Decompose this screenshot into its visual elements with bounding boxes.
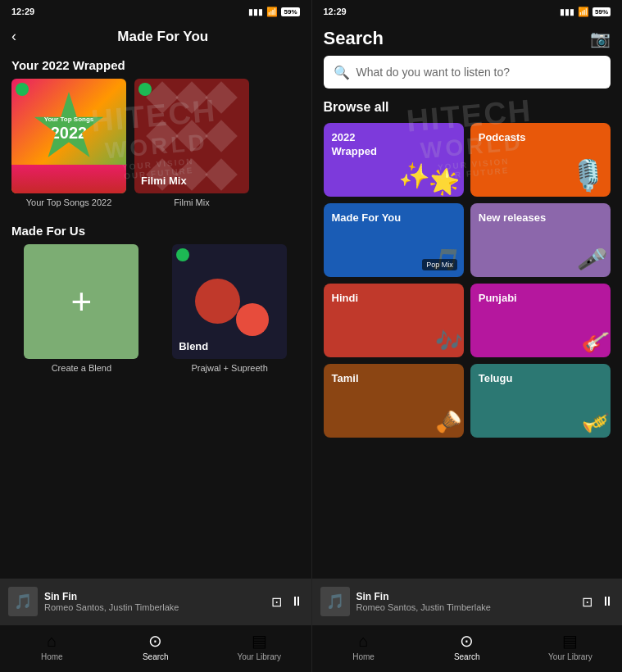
filmi-mix-label: Filmi Mix	[141, 175, 187, 187]
nav-search-label-left: Search	[143, 652, 169, 661]
library-icon-left: ▤	[252, 631, 267, 651]
nav-home-left[interactable]: ⌂ Home	[27, 632, 76, 661]
browse-card-hindi[interactable]: Hindi 🎶	[324, 284, 464, 357]
browse-card-made-for-you[interactable]: Made For You 🎵 Pop Mix	[324, 203, 464, 277]
spotify-badge-blend	[176, 248, 189, 261]
top-songs-caption: Your Top Songs 2022	[11, 198, 126, 207]
made-for-you-card-label: Made For You	[332, 211, 402, 225]
search-title: Search	[324, 28, 384, 49]
wrapped-section-label: Your 2022 Wrapped	[0, 52, 311, 79]
hindi-deco: 🎶	[433, 327, 463, 356]
nav-search-right[interactable]: ⊙ Search	[443, 631, 492, 661]
new-releases-label: New releases	[479, 211, 546, 225]
battery-right: 59%	[592, 7, 611, 16]
create-blend-card[interactable]: + Create a Blend	[11, 244, 152, 373]
nav-home-right[interactable]: ⌂ Home	[339, 632, 388, 661]
spotify-badge-filmi	[138, 83, 152, 96]
blend-card[interactable]: Blend Prajwal + Supreeth	[160, 244, 300, 373]
plus-icon: +	[71, 284, 93, 320]
nav-library-right[interactable]: ▤ Your Library	[546, 631, 595, 661]
browse-card-tamil[interactable]: Tamil 🪘	[324, 364, 464, 438]
tamil-label: Tamil	[332, 372, 359, 386]
nav-library-label-right: Your Library	[548, 652, 592, 661]
wifi-icon-left: 📶	[266, 7, 278, 17]
filmi-mix-card[interactable]: Filmi Mix Filmi Mix	[134, 79, 249, 207]
camera-icon[interactable]: 📷	[590, 29, 611, 48]
nav-search-label-right: Search	[454, 652, 480, 661]
punjabi-label: Punjabi	[479, 292, 517, 306]
signal-icon-left: ▮▮▮	[248, 7, 263, 16]
status-bar-right: 12:29 ▮▮▮ 📶 59%	[312, 0, 623, 23]
bottom-nav-left: ⌂ Home ⊙ Search ▤ Your Library	[0, 624, 311, 672]
nav-home-label-left: Home	[41, 652, 63, 661]
browse-grid: 2022Wrapped ✨🌟 Podcasts 🎙️ Made For You …	[312, 123, 623, 444]
bubble-small	[236, 303, 269, 336]
time-left: 12:29	[11, 7, 34, 16]
now-playing-right[interactable]: 🎵 Sin Fin Romeo Santos, Justin Timberlak…	[312, 579, 623, 624]
nav-search-left[interactable]: ⊙ Search	[131, 631, 180, 661]
bubble-big	[195, 279, 240, 324]
devices-icon-left[interactable]: ⊡	[271, 594, 282, 610]
np-thumb-right: 🎵	[320, 587, 350, 616]
hindi-label: Hindi	[332, 292, 359, 306]
signal-icon-right: ▮▮▮	[560, 7, 574, 16]
browse-card-podcasts[interactable]: Podcasts 🎙️	[470, 123, 611, 197]
browse-card-new-releases[interactable]: New releases 🎤	[470, 203, 611, 277]
create-blend-thumb: +	[24, 244, 138, 359]
np-controls-left: ⊡ ⏸	[271, 594, 303, 610]
home-icon-right: ⌂	[359, 632, 369, 651]
devices-icon-right[interactable]: ⊡	[582, 594, 592, 610]
battery-left: 59%	[281, 7, 299, 16]
left-content: ‹ Made For You Your 2022 Wrapped Your To…	[0, 23, 311, 579]
np-info-left: Sin Fin Romeo Santos, Justin Timberlake	[44, 591, 265, 612]
telugu-label: Telugu	[479, 372, 513, 386]
punjabi-deco: 🎸	[580, 327, 611, 356]
search-placeholder: What do you want to listen to?	[356, 66, 511, 79]
filmi-mix-caption: Filmi Mix	[134, 198, 249, 207]
np-artist-right: Romeo Santos, Justin Timberlake	[356, 602, 576, 612]
podcasts-deco: 🎙️	[567, 155, 610, 195]
nav-library-left[interactable]: ▤ Your Library	[234, 631, 284, 661]
search-icon-right: ⊙	[460, 631, 474, 651]
back-button[interactable]: ‹	[11, 28, 16, 45]
pause-icon-left[interactable]: ⏸	[290, 594, 303, 609]
nav-library-label-left: Your Library	[237, 652, 281, 661]
filmi-mix-thumb: Filmi Mix	[134, 79, 249, 193]
browse-card-punjabi[interactable]: Punjabi 🎸	[470, 284, 611, 357]
pause-icon-right[interactable]: ⏸	[601, 594, 614, 609]
np-info-right: Sin Fin Romeo Santos, Justin Timberlake	[356, 591, 576, 612]
browse-label: Browse all	[312, 100, 623, 123]
search-bar[interactable]: 🔍 What do you want to listen to?	[324, 56, 611, 89]
nav-home-label-right: Home	[352, 652, 375, 661]
page-title-left: Made For You	[26, 29, 300, 45]
wrapped-card-label: 2022Wrapped	[332, 131, 377, 159]
np-artist-left: Romeo Santos, Justin Timberlake	[44, 602, 265, 612]
pop-mix-tag: Pop Mix	[422, 259, 457, 270]
library-icon-right: ▤	[562, 631, 578, 651]
top-songs-label: Your Top Songs	[44, 116, 94, 123]
home-icon-left: ⌂	[47, 632, 57, 651]
search-icon-left: ⊙	[148, 631, 162, 651]
np-thumb-left: 🎵	[8, 587, 38, 616]
wrapped-deco: ✨🌟	[397, 159, 461, 197]
np-controls-right: ⊡ ⏸	[582, 594, 614, 610]
wrapped-cards-row: Your Top Songs 2022 Your Top Songs 2022	[0, 79, 311, 217]
browse-card-wrapped[interactable]: 2022Wrapped ✨🌟	[324, 123, 464, 197]
browse-card-telugu[interactable]: Telugu 🎺	[470, 364, 611, 438]
blend-row: + Create a Blend Blend Prajwal + Supreet…	[0, 244, 311, 383]
np-title-left: Sin Fin	[44, 591, 265, 602]
wifi-icon-right: 📶	[578, 7, 589, 17]
year-label: 2022	[51, 125, 88, 141]
blend-caption: Prajwal + Supreeth	[192, 363, 268, 373]
top-songs-card[interactable]: Your Top Songs 2022 Your Top Songs 2022	[11, 79, 126, 207]
np-title-right: Sin Fin	[356, 591, 576, 602]
time-right: 12:29	[324, 7, 347, 16]
create-blend-caption: Create a Blend	[52, 363, 111, 373]
status-bar-left: 12:29 ▮▮▮ 📶 59%	[0, 0, 311, 23]
blend-label: Blend	[179, 340, 208, 352]
made-for-us-label: Made For Us	[0, 217, 311, 244]
search-bar-icon: 🔍	[334, 65, 350, 80]
blend-thumb: Blend	[172, 244, 287, 359]
new-releases-deco: 🎤	[575, 243, 608, 275]
now-playing-left[interactable]: 🎵 Sin Fin Romeo Santos, Justin Timberlak…	[0, 579, 311, 624]
